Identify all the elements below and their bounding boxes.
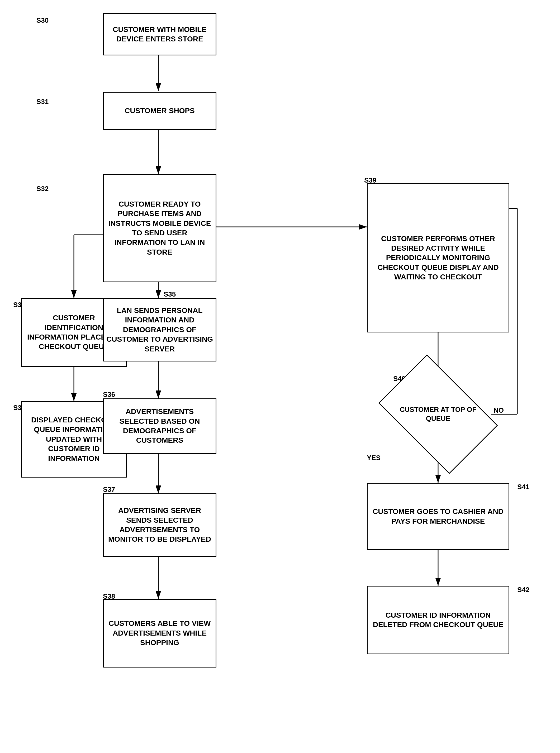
box-s30: CUSTOMER WITH MOBILE DEVICE ENTERS STORE (103, 13, 216, 55)
no-label: NO (494, 406, 504, 414)
box-s39: CUSTOMER PERFORMS OTHER DESIRED ACTIVITY… (367, 183, 509, 332)
step-label-s35: S35 (164, 290, 176, 299)
step-label-s30: S30 (36, 16, 48, 24)
box-s35: LAN SENDS PERSONAL INFORMATION AND DEMOG… (103, 298, 216, 362)
box-s36: ADVERTISEMENTS SELECTED BASED ON DEMOGRA… (103, 399, 216, 454)
box-s42: CUSTOMER ID INFORMATION DELETED FROM CHE… (367, 586, 509, 654)
box-s31: CUSTOMER SHOPS (103, 92, 216, 130)
step-label-s32: S32 (36, 185, 48, 193)
diamond-s40: CUSTOMER AT TOP OF QUEUE (388, 380, 488, 449)
box-s37: ADVERTISING SERVER SENDS SELECTED ADVERT… (103, 493, 216, 557)
step-label-s41: S41 (517, 483, 529, 491)
yes-label: YES (367, 454, 381, 462)
step-label-s37: S37 (103, 486, 115, 494)
box-s38: CUSTOMERS ABLE TO VIEW ADVERTISEMENTS WH… (103, 599, 216, 668)
step-label-s42: S42 (517, 586, 529, 594)
flowchart: S30 CUSTOMER WITH MOBILE DEVICE ENTERS S… (0, 0, 560, 753)
box-s32: CUSTOMER READY TO PURCHASE ITEMS AND INS… (103, 174, 216, 282)
box-s41: CUSTOMER GOES TO CASHIER AND PAYS FOR ME… (367, 483, 509, 550)
step-label-s31: S31 (36, 98, 48, 106)
step-label-s36: S36 (103, 390, 115, 399)
